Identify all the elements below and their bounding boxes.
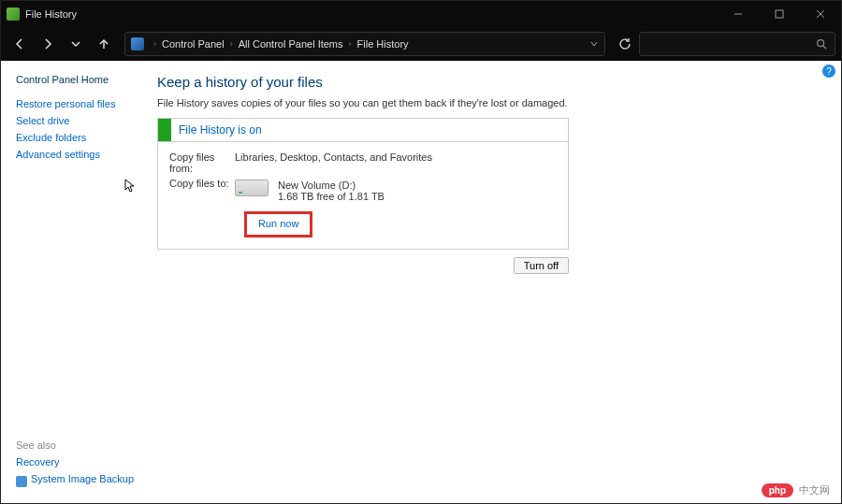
sidebar-link-exclude-folders[interactable]: Exclude folders bbox=[16, 132, 146, 143]
copy-from-value: Libraries, Desktop, Contacts, and Favori… bbox=[235, 151, 432, 174]
run-now-link[interactable]: Run now bbox=[258, 218, 298, 229]
status-title: File History is on bbox=[171, 123, 262, 137]
search-icon bbox=[816, 38, 827, 50]
sidebar-link-advanced-settings[interactable]: Advanced settings bbox=[16, 149, 146, 160]
up-button[interactable] bbox=[91, 31, 117, 57]
sidebar: Control Panel Home Restore personal file… bbox=[1, 61, 146, 503]
chevron-right-icon[interactable]: › bbox=[150, 39, 160, 49]
recent-dropdown[interactable] bbox=[63, 31, 89, 57]
titlebar: File History bbox=[1, 1, 841, 27]
maximize-button[interactable] bbox=[759, 1, 800, 27]
sidebar-link-select-drive[interactable]: Select drive bbox=[16, 115, 146, 126]
content-body: ? Control Panel Home Restore personal fi… bbox=[1, 61, 841, 503]
refresh-button[interactable] bbox=[613, 32, 637, 56]
window-controls bbox=[718, 1, 841, 27]
status-box: File History is on Copy files from: Libr… bbox=[157, 118, 569, 250]
page-subtext: File History saves copies of your files … bbox=[157, 97, 822, 108]
back-button[interactable] bbox=[7, 31, 33, 57]
status-header: File History is on bbox=[158, 119, 568, 142]
minimize-button[interactable] bbox=[718, 1, 759, 27]
copy-from-label: Copy files from: bbox=[169, 151, 235, 174]
status-indicator-icon bbox=[158, 119, 171, 141]
chevron-right-icon[interactable]: › bbox=[345, 39, 356, 49]
turn-off-button[interactable]: Turn off bbox=[514, 257, 569, 274]
search-box[interactable] bbox=[639, 32, 835, 56]
window-root: File History › Control Panel › All Contr… bbox=[0, 0, 842, 504]
svg-line-6 bbox=[823, 46, 826, 49]
drive-free-space: 1.68 TB free of 1.81 TB bbox=[278, 191, 385, 202]
sidebar-link-recovery[interactable]: Recovery bbox=[16, 456, 146, 468]
copy-to-value: New Volume (D:) 1.68 TB free of 1.81 TB bbox=[235, 180, 385, 202]
control-panel-icon bbox=[131, 37, 144, 50]
drive-name: New Volume (D:) bbox=[278, 180, 385, 191]
watermark-pill: php bbox=[762, 483, 793, 497]
shield-icon bbox=[16, 476, 27, 487]
breadcrumb-file-history[interactable]: File History bbox=[356, 38, 411, 50]
run-now-highlight: Run now bbox=[244, 211, 312, 238]
watermark: php 中文网 bbox=[762, 483, 830, 497]
chevron-right-icon[interactable]: › bbox=[226, 39, 237, 49]
drive-icon bbox=[235, 180, 269, 196]
svg-point-5 bbox=[818, 40, 824, 47]
control-panel-home-link[interactable]: Control Panel Home bbox=[16, 74, 146, 85]
see-also-label: See also bbox=[16, 439, 146, 451]
forward-button[interactable] bbox=[35, 31, 61, 57]
sidebar-link-system-image-backup[interactable]: System Image Backup bbox=[16, 473, 146, 490]
sidebar-link-restore[interactable]: Restore personal files bbox=[16, 98, 146, 109]
navbar: › Control Panel › All Control Panel Item… bbox=[1, 27, 841, 61]
close-button[interactable] bbox=[800, 1, 841, 27]
window-title: File History bbox=[25, 8, 718, 20]
watermark-text: 中文网 bbox=[799, 483, 830, 497]
copy-to-label: Copy files to: bbox=[169, 178, 235, 202]
status-body: Copy files from: Libraries, Desktop, Con… bbox=[158, 142, 568, 249]
breadcrumb-all-items[interactable]: All Control Panel Items bbox=[237, 38, 345, 50]
svg-rect-1 bbox=[776, 10, 783, 18]
chevron-down-icon[interactable] bbox=[589, 39, 599, 49]
address-bar[interactable]: › Control Panel › All Control Panel Item… bbox=[124, 32, 605, 56]
app-icon bbox=[7, 7, 20, 21]
sidebar-link-backup-text: System Image Backup bbox=[31, 473, 134, 484]
main-panel: Keep a history of your files File Histor… bbox=[146, 61, 841, 503]
page-heading: Keep a history of your files bbox=[157, 74, 822, 90]
breadcrumb-control-panel[interactable]: Control Panel bbox=[160, 38, 226, 50]
